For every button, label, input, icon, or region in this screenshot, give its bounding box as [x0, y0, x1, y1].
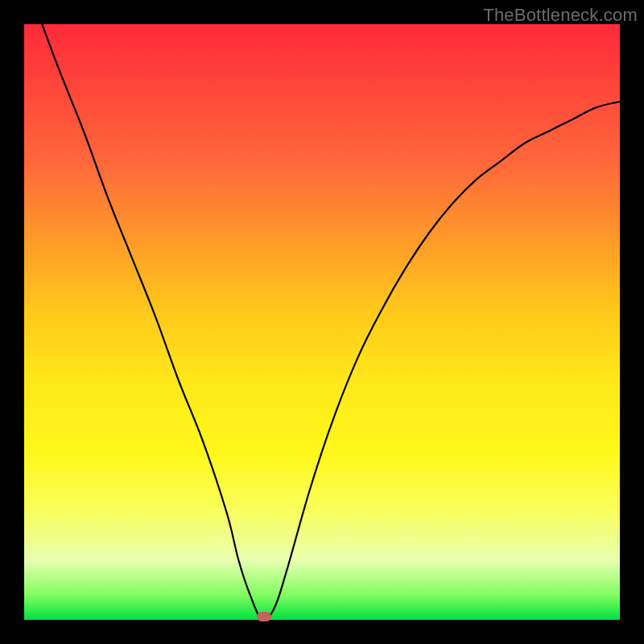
bottleneck-curve [24, 24, 620, 620]
chart-frame: TheBottleneck.com [0, 0, 644, 644]
plot-area [24, 24, 620, 620]
watermark-text: TheBottleneck.com [483, 5, 638, 26]
optimal-point-marker [257, 612, 271, 621]
